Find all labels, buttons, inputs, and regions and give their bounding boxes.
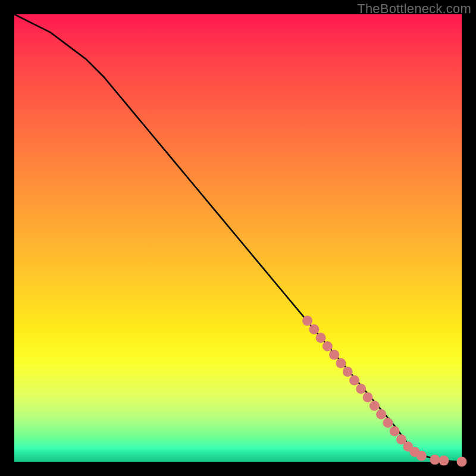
chart-overlay: [14, 14, 462, 462]
bottleneck-curve-path: [14, 14, 462, 462]
highlight-marker: [376, 409, 386, 419]
highlight-marker: [302, 316, 312, 326]
highlight-marker: [322, 341, 333, 351]
highlight-marker: [309, 324, 319, 334]
highlight-marker: [336, 358, 346, 368]
highlight-marker: [439, 456, 449, 466]
highlight-marker: [363, 392, 373, 402]
chart-area: [14, 14, 462, 462]
highlight-marker: [349, 375, 359, 386]
watermark-text: TheBottleneck.com: [357, 1, 471, 17]
highlight-marker: [430, 455, 440, 465]
highlight-marker: [390, 426, 400, 436]
highlight-marker: [457, 457, 467, 467]
highlight-marker: [329, 350, 339, 360]
stage: TheBottleneck.com: [0, 0, 476, 476]
highlight-marker: [369, 401, 380, 411]
highlight-marker: [316, 333, 326, 343]
highlight-marker: [416, 451, 427, 461]
highlight-marker: [383, 418, 393, 428]
highlight-marker: [356, 384, 366, 394]
highlight-markers: [302, 316, 466, 467]
curve-line: [14, 14, 462, 462]
highlight-marker: [343, 367, 353, 377]
